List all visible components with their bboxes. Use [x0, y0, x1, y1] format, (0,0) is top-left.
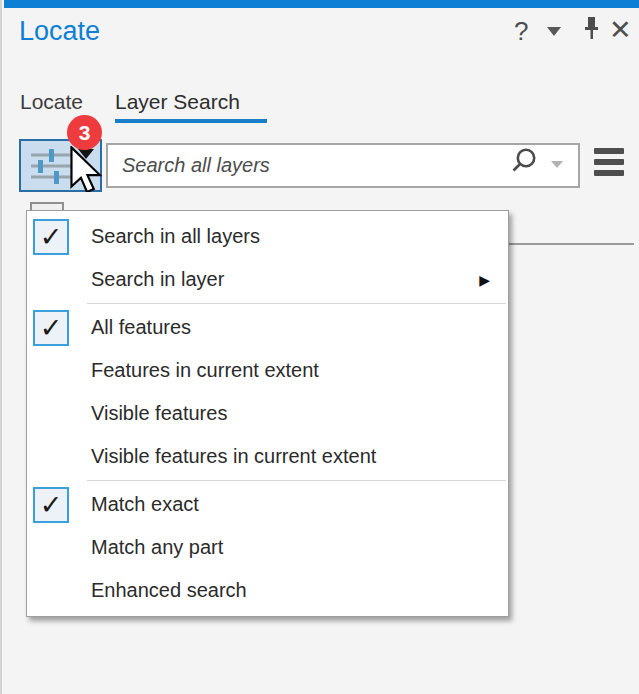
menu-item[interactable]: Match any part — [27, 526, 508, 569]
hamburger-bar — [594, 148, 624, 154]
active-tab-underline — [115, 119, 267, 123]
locate-pane: Locate ? ✕ Locate Layer Search 3 — [0, 0, 639, 694]
cursor-pointer — [68, 146, 102, 192]
menu-item[interactable]: ✓Match exact — [27, 483, 508, 526]
pane-menu-icon[interactable] — [594, 148, 624, 181]
menu-item-label: Enhanced search — [91, 579, 508, 602]
checkmark-icon: ✓ — [33, 487, 69, 523]
menu-item-label: Match any part — [91, 536, 508, 559]
submenu-arrow-icon: ▶ — [479, 272, 490, 288]
menu-item[interactable]: Features in current extent — [27, 349, 508, 392]
step-badge: 3 — [67, 115, 102, 150]
menu-item[interactable]: Visible features in current extent — [27, 435, 508, 478]
menu-item[interactable]: Visible features — [27, 392, 508, 435]
menu-item[interactable]: ✓Search in all layers — [27, 215, 508, 258]
menu-item-label: Match exact — [91, 493, 508, 516]
help-icon[interactable]: ? — [514, 16, 528, 47]
search-icon[interactable] — [510, 147, 540, 181]
hamburger-bar — [594, 170, 624, 176]
menu-item[interactable]: Enhanced search — [27, 569, 508, 612]
menu-item-label: Visible features in current extent — [91, 445, 508, 468]
menu-item-label: All features — [91, 316, 508, 339]
tab-layer-search[interactable]: Layer Search — [115, 90, 240, 114]
menu-item-label: Search in layer — [91, 268, 479, 291]
chevron-down-icon[interactable] — [547, 27, 561, 36]
menu-item-label: Features in current extent — [91, 359, 508, 382]
pane-title: Locate — [19, 16, 100, 47]
dropdown-menu: ✓Search in all layersSearch in layer▶✓Al… — [26, 210, 509, 617]
menu-separator — [87, 303, 506, 304]
menu-item-label: Search in all layers — [91, 225, 508, 248]
pane-accent-strip — [4, 0, 639, 8]
hamburger-bar — [594, 159, 624, 165]
tab-locate[interactable]: Locate — [20, 90, 83, 114]
checkmark-icon: ✓ — [33, 310, 69, 346]
checkmark-icon: ✓ — [33, 219, 69, 255]
close-icon[interactable]: ✕ — [609, 14, 632, 46]
menu-separator — [87, 480, 506, 481]
search-history-caret-icon[interactable] — [551, 161, 563, 168]
pin-icon[interactable] — [582, 15, 602, 49]
menu-item[interactable]: Search in layer▶ — [27, 258, 508, 301]
menu-item-label: Visible features — [91, 402, 508, 425]
search-input[interactable] — [106, 143, 580, 188]
menu-item[interactable]: ✓All features — [27, 306, 508, 349]
